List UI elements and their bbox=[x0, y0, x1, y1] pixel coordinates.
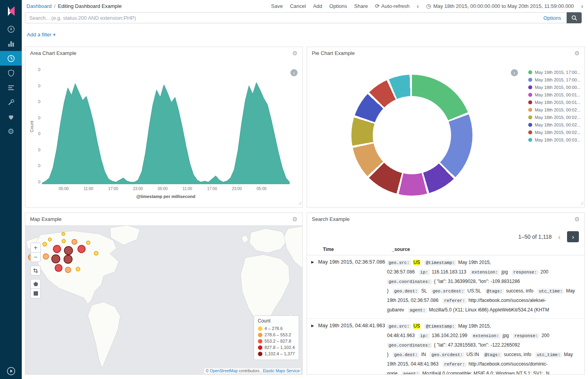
sidebar-item-monitoring[interactable] bbox=[0, 109, 22, 124]
legend-item[interactable]: May 18th 2015, 17:00... bbox=[528, 76, 580, 83]
add-filter-link[interactable]: Add a filter+ bbox=[27, 32, 56, 38]
legend-toggle-icon[interactable]: ‹ bbox=[290, 69, 298, 76]
zoom-in-button[interactable]: + bbox=[30, 243, 41, 253]
search-button[interactable] bbox=[567, 12, 582, 23]
resize-handle[interactable] bbox=[298, 367, 302, 374]
x-tick: 23:00 bbox=[232, 187, 242, 191]
plus-icon: + bbox=[53, 32, 56, 38]
column-header-time[interactable]: Time bbox=[323, 247, 392, 252]
row-time-cell: May 19th 2015, 04:48:41.963 bbox=[318, 322, 387, 328]
field-name-badge: utc_time: bbox=[535, 352, 562, 358]
topnav-add-button[interactable]: Add bbox=[313, 3, 322, 9]
sidebar-item-timelion[interactable] bbox=[0, 80, 22, 95]
refresh-icon: ⟳ bbox=[375, 3, 380, 9]
search-input[interactable] bbox=[25, 15, 538, 21]
query-options-link[interactable]: Options bbox=[543, 15, 561, 21]
sidebar-item-management[interactable]: ⚙ bbox=[0, 124, 22, 139]
fit-bounds-button[interactable] bbox=[30, 266, 41, 275]
field-name-badge: ip: bbox=[419, 333, 430, 339]
panel-gear-button[interactable]: ⚙ bbox=[292, 50, 298, 56]
y-tick: 0 bbox=[38, 164, 40, 168]
legend-item[interactable]: May 19th 2015, 17:00... bbox=[528, 68, 580, 76]
topnav-options-button[interactable]: Options bbox=[329, 3, 347, 9]
field-name-badge: referer: bbox=[442, 298, 467, 304]
x-tick: 05:00 bbox=[256, 187, 266, 191]
sidebar-item-visualize[interactable] bbox=[0, 36, 22, 51]
field-name-badge: referer: bbox=[442, 362, 467, 367]
time-forward-chevron[interactable]: › bbox=[581, 3, 583, 9]
breadcrumb-dashboard-link[interactable]: Dashboard bbox=[27, 3, 52, 9]
expand-row-caret[interactable]: ▶ bbox=[307, 322, 318, 328]
legend-toggle-icon[interactable]: › bbox=[511, 69, 518, 76]
openstreetmap-link[interactable]: OpenStreetMap bbox=[210, 369, 238, 373]
topnav-save-button[interactable]: Save bbox=[271, 3, 283, 9]
y-tick: 0 bbox=[38, 68, 40, 72]
column-header-source: _source bbox=[392, 247, 410, 252]
expand-row-caret[interactable]: ▶ bbox=[307, 258, 318, 264]
crop-icon bbox=[33, 268, 38, 273]
legend-item[interactable]: May 18th 2015, 00:02... bbox=[528, 113, 580, 121]
map-legend-range: 827.8 – 1,102.4 bbox=[265, 345, 295, 350]
pagination-label: 1–50 of 1,118 bbox=[518, 234, 552, 240]
row-source-cell: geo.src:US@timestamp:May 19th 2015, 02:3… bbox=[387, 258, 580, 315]
map-legend-item: 553.2 – 827.8 bbox=[258, 338, 295, 344]
map-legend-item: 1,102.4 – 1,377 bbox=[258, 351, 295, 357]
polygon-icon bbox=[33, 281, 38, 287]
field-value: US bbox=[413, 323, 421, 329]
draw-rectangle-button[interactable] bbox=[30, 288, 41, 298]
sidebar-item-dev-tools[interactable] bbox=[0, 95, 22, 109]
panel-map: Map Example ⚙ + − bbox=[25, 213, 303, 375]
field-name-badge: @timestamp: bbox=[424, 324, 456, 329]
resize-handle[interactable] bbox=[580, 200, 584, 207]
table-row[interactable]: ▶May 19th 2015, 02:36:57.086geo.src:US@t… bbox=[307, 255, 584, 319]
field-name-badge: extension: bbox=[470, 270, 499, 275]
map-controls: + − bbox=[30, 243, 41, 298]
kibana-logo[interactable] bbox=[0, 0, 22, 22]
sidebar-item-dashboard[interactable] bbox=[0, 51, 22, 66]
legend-color-dot bbox=[528, 78, 532, 82]
legend-item[interactable]: May 18th 2015, 00:02... bbox=[528, 121, 580, 128]
legend-item[interactable]: May 18th 2015, 00:01... bbox=[528, 91, 580, 98]
legend-color-dot bbox=[528, 115, 532, 119]
x-tick: 11:00 bbox=[182, 187, 192, 191]
resize-handle[interactable] bbox=[298, 200, 302, 207]
panel-gear-button[interactable]: ⚙ bbox=[575, 50, 580, 56]
legend-color-dot bbox=[528, 85, 532, 89]
wrench-icon bbox=[7, 98, 15, 107]
field-name-badge: geo.dest: bbox=[393, 288, 419, 294]
panel-area-chart: Area Chart Example ⚙ Count 00000000 05:0… bbox=[25, 47, 303, 207]
prev-page-button[interactable]: ‹ bbox=[556, 233, 562, 241]
sidebar-item-security[interactable] bbox=[0, 66, 22, 80]
field-value: SL bbox=[421, 288, 427, 294]
legend-item[interactable]: May 18th 2015, 00:02... bbox=[528, 106, 580, 113]
topnav-cancel-button[interactable]: Cancel bbox=[290, 3, 306, 9]
legend-item[interactable]: May 18th 2015, 00:01... bbox=[528, 98, 580, 106]
y-tick: 0 bbox=[38, 100, 40, 104]
time-back-chevron[interactable]: ‹ bbox=[417, 3, 419, 9]
panel-title: Area Chart Example bbox=[30, 50, 76, 56]
donut-chart bbox=[351, 75, 472, 196]
collapse-nav-button[interactable] bbox=[0, 366, 22, 376]
map-attribution: © OpenStreetMap contributors , Elastic M… bbox=[204, 368, 301, 373]
time-range-picker[interactable]: ◷ May 18th 2015, 00:00:00.000 to May 20t… bbox=[426, 3, 574, 9]
legend-item[interactable]: May 18th 2015, 00:03... bbox=[528, 136, 580, 143]
x-axis-title: @timestamp per millisecond bbox=[42, 194, 290, 199]
zoom-out-button[interactable]: − bbox=[30, 252, 41, 262]
world-map[interactable]: + − Count 4 – 278.6278.6 – 55 bbox=[25, 225, 302, 374]
auto-refresh-button[interactable]: ⟳Auto-refresh bbox=[375, 3, 410, 9]
legend-label: May 18th 2015, 00:00... bbox=[535, 85, 580, 90]
panel-title: Map Example bbox=[30, 216, 61, 222]
draw-polygon-button[interactable] bbox=[30, 279, 41, 289]
next-page-button[interactable]: › bbox=[567, 231, 579, 242]
breadcrumb-separator: / bbox=[54, 3, 56, 9]
rectangle-icon bbox=[34, 291, 38, 296]
legend-item[interactable]: May 18th 2015, 00:02... bbox=[528, 128, 580, 136]
panel-gear-button[interactable]: ⚙ bbox=[292, 216, 298, 222]
sidebar-item-discover[interactable] bbox=[0, 22, 22, 36]
topnav-share-button[interactable]: Share bbox=[354, 3, 368, 9]
legend-item[interactable]: May 18th 2015, 00:00... bbox=[528, 83, 580, 91]
elastic-maps-service-link[interactable]: Elastic Maps Service bbox=[263, 369, 300, 373]
panel-gear-button[interactable]: ⚙ bbox=[575, 216, 580, 222]
table-row[interactable]: ▶May 19th 2015, 04:48:41.963geo.src:US@t… bbox=[307, 319, 584, 375]
legend-label: May 18th 2015, 00:02... bbox=[535, 130, 580, 135]
